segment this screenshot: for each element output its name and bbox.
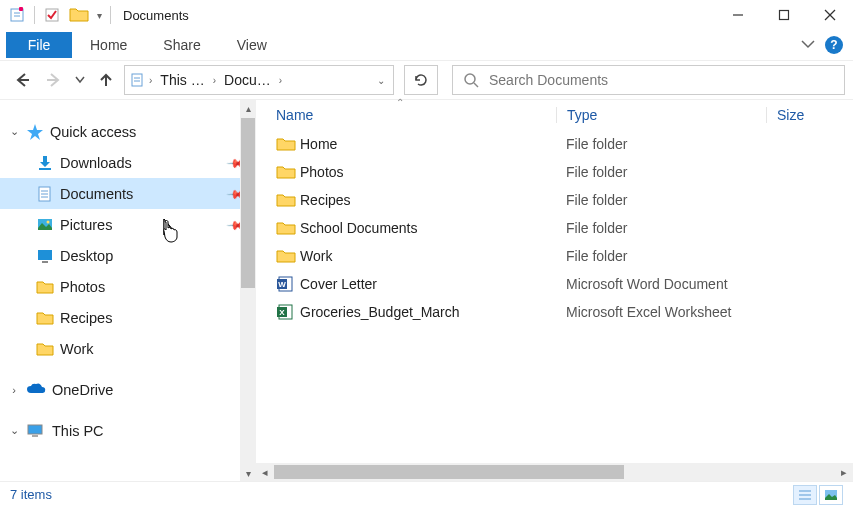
file-row[interactable]: RecipesFile folder xyxy=(256,186,853,214)
ribbon-expand-icon[interactable] xyxy=(801,40,815,50)
column-label: Name xyxy=(276,107,313,123)
file-name: Work xyxy=(300,248,556,264)
horizontal-scrollbar[interactable]: ◂ ▸ xyxy=(256,463,853,481)
tree-label: This PC xyxy=(52,423,104,439)
tree-label: Downloads xyxy=(60,155,132,171)
file-tab[interactable]: File xyxy=(6,32,72,58)
tab-share[interactable]: Share xyxy=(145,32,218,58)
picture-icon xyxy=(36,216,54,234)
checkbox-icon[interactable] xyxy=(41,4,63,26)
file-row[interactable]: HomeFile folder xyxy=(256,130,853,158)
file-name: Groceries_Budget_March xyxy=(300,304,556,320)
properties-icon[interactable] xyxy=(6,4,28,26)
tab-home[interactable]: Home xyxy=(72,32,145,58)
svg-line-15 xyxy=(474,83,478,87)
window-title: Documents xyxy=(123,8,189,23)
file-type: File folder xyxy=(556,192,766,208)
qat-dropdown-icon[interactable]: ▾ xyxy=(97,10,102,21)
svg-rect-16 xyxy=(39,168,51,170)
star-icon xyxy=(26,123,44,141)
breadcrumb-segment[interactable]: This … xyxy=(156,72,208,88)
folder-icon xyxy=(36,310,54,326)
folder-icon xyxy=(276,164,300,180)
chevron-right-icon[interactable]: › xyxy=(277,75,284,86)
column-headers: Name ⌃ Type Size xyxy=(256,100,853,130)
svg-text:X: X xyxy=(279,308,285,317)
file-type: File folder xyxy=(556,164,766,180)
file-name: Photos xyxy=(300,164,556,180)
folder-icon xyxy=(276,192,300,208)
scroll-thumb[interactable] xyxy=(274,465,624,479)
svg-rect-24 xyxy=(42,261,48,263)
column-name[interactable]: Name ⌃ xyxy=(276,107,556,123)
file-name: Home xyxy=(300,136,556,152)
tree-label: Quick access xyxy=(50,124,136,140)
svg-rect-26 xyxy=(32,435,38,437)
tree-onedrive[interactable]: › OneDrive xyxy=(0,374,256,405)
chevron-right-icon[interactable]: › xyxy=(8,384,20,396)
column-size[interactable]: Size xyxy=(766,107,853,123)
file-type: File folder xyxy=(556,136,766,152)
view-toggles xyxy=(793,485,843,505)
tree-label: Desktop xyxy=(60,248,113,264)
scroll-track[interactable] xyxy=(274,465,835,479)
tree-item-documents[interactable]: Documents 📌 xyxy=(0,178,256,209)
details-view-button[interactable] xyxy=(793,485,817,505)
refresh-button[interactable] xyxy=(404,65,438,95)
minimize-button[interactable] xyxy=(715,0,761,30)
navigation-row: › This … › Docu… › ⌄ Search Documents xyxy=(0,60,853,100)
thumbnails-view-button[interactable] xyxy=(819,485,843,505)
scroll-down-icon[interactable]: ▾ xyxy=(240,465,256,481)
svg-text:W: W xyxy=(278,280,286,289)
onedrive-icon xyxy=(26,383,46,397)
tree-item-pictures[interactable]: Pictures 📌 xyxy=(0,209,256,240)
tree-item-photos[interactable]: Photos xyxy=(0,271,256,302)
file-row[interactable]: XGroceries_Budget_MarchMicrosoft Excel W… xyxy=(256,298,853,326)
svg-rect-6 xyxy=(780,11,789,20)
chevron-down-icon[interactable]: ⌄ xyxy=(8,125,20,138)
tab-view[interactable]: View xyxy=(219,32,285,58)
tree-item-recipes[interactable]: Recipes xyxy=(0,302,256,333)
status-bar: 7 items xyxy=(0,481,853,507)
file-type: File folder xyxy=(556,220,766,236)
forward-button[interactable] xyxy=(40,66,68,94)
scroll-left-icon[interactable]: ◂ xyxy=(256,466,274,479)
scroll-thumb[interactable] xyxy=(241,118,255,288)
chevron-right-icon[interactable]: › xyxy=(211,75,218,86)
scroll-right-icon[interactable]: ▸ xyxy=(835,466,853,479)
quick-access-toolbar xyxy=(6,4,63,26)
maximize-button[interactable] xyxy=(761,0,807,30)
nav-scrollbar[interactable]: ▴ ▾ xyxy=(240,100,256,481)
folder-icon xyxy=(36,279,54,295)
chevron-down-icon[interactable]: ⌄ xyxy=(8,424,20,437)
word-icon: W xyxy=(276,275,300,293)
file-row[interactable]: WorkFile folder xyxy=(256,242,853,270)
back-button[interactable] xyxy=(8,66,36,94)
tree-label: OneDrive xyxy=(52,382,113,398)
address-bar[interactable]: › This … › Docu… › ⌄ xyxy=(124,65,394,95)
tree-this-pc[interactable]: ⌄ This PC xyxy=(0,415,256,446)
tree-quick-access[interactable]: ⌄ Quick access xyxy=(0,116,256,147)
folder-icon xyxy=(69,6,89,24)
file-name: Recipes xyxy=(300,192,556,208)
download-icon xyxy=(36,154,54,172)
chevron-right-icon[interactable]: › xyxy=(147,75,154,86)
tree-label: Pictures xyxy=(60,217,112,233)
column-type[interactable]: Type xyxy=(556,107,766,123)
tree-item-work[interactable]: Work xyxy=(0,333,256,364)
file-row[interactable]: School DocumentsFile folder xyxy=(256,214,853,242)
file-row[interactable]: WCover LetterMicrosoft Word Document xyxy=(256,270,853,298)
tree-item-desktop[interactable]: Desktop xyxy=(0,240,256,271)
tree-item-downloads[interactable]: Downloads 📌 xyxy=(0,147,256,178)
svg-point-14 xyxy=(465,74,475,84)
file-row[interactable]: PhotosFile folder xyxy=(256,158,853,186)
address-dropdown-icon[interactable]: ⌄ xyxy=(373,75,389,86)
close-button[interactable] xyxy=(807,0,853,30)
ribbon-row: File Home Share View ? xyxy=(0,30,853,60)
help-icon[interactable]: ? xyxy=(825,36,843,54)
search-box[interactable]: Search Documents xyxy=(452,65,845,95)
up-button[interactable] xyxy=(92,66,120,94)
breadcrumb-segment[interactable]: Docu… xyxy=(220,72,275,88)
scroll-up-icon[interactable]: ▴ xyxy=(240,100,256,116)
recent-locations-button[interactable] xyxy=(72,66,88,94)
